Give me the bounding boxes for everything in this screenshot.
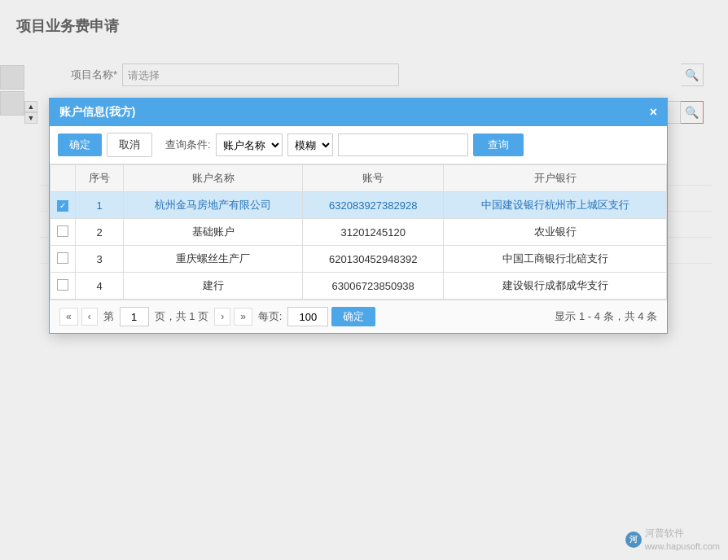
row-bank: 建设银行成都成华支行: [444, 273, 667, 300]
row-checkbox-cell[interactable]: ✓: [50, 192, 76, 219]
query-mode-select[interactable]: 模糊 精确: [287, 133, 333, 156]
row-name: 杭州金马房地产有限公司: [124, 192, 303, 219]
query-field-select[interactable]: 账户名称 账号 开户银行: [216, 133, 283, 156]
page-number-input[interactable]: [120, 307, 149, 326]
page-first-button[interactable]: «: [59, 308, 78, 326]
account-table: 序号 账户名称 账号 开户银行 ✓1杭州金马房地产有限公司63208392738…: [50, 164, 667, 300]
row-checkbox-cell[interactable]: [50, 219, 76, 246]
page-total-label: 页，共 1 页: [155, 309, 208, 324]
table-header-row: 序号 账户名称 账号 开户银行: [50, 165, 667, 192]
row-bank: 中国工商银行北碚支行: [444, 246, 667, 273]
row-bank: 农业银行: [444, 219, 667, 246]
row-account: 31201245120: [303, 219, 444, 246]
row-index: 4: [76, 273, 124, 300]
per-page-input[interactable]: [287, 307, 328, 326]
col-header-account: 账号: [303, 165, 444, 192]
page-prev-button[interactable]: ‹: [81, 308, 98, 326]
row-account: 63006723850938: [303, 273, 444, 300]
page-container: 项目业务费申请 项目名称* 🔍 ▲ ▼ 金额大写:: [0, 0, 728, 560]
row-checkbox-cell[interactable]: [50, 273, 76, 300]
row-checkbox[interactable]: [57, 225, 68, 237]
query-condition-label: 查询条件:: [165, 138, 211, 152]
row-name: 建行: [124, 273, 303, 300]
page-label: 第: [103, 309, 114, 324]
row-bank: 中国建设银行杭州市上城区支行: [444, 192, 667, 219]
modal-confirm-button[interactable]: 确定: [58, 133, 102, 156]
row-checkbox[interactable]: ✓: [57, 200, 68, 212]
table-wrapper: 序号 账户名称 账号 开户银行 ✓1杭州金马房地产有限公司63208392738…: [50, 164, 667, 300]
col-header-name: 账户名称: [124, 165, 303, 192]
modal-toolbar: 确定 取消 查询条件: 账户名称 账号 开户银行 模糊 精确 查询: [50, 126, 667, 164]
page-last-button[interactable]: »: [234, 308, 252, 326]
query-button[interactable]: 查询: [473, 133, 524, 156]
row-account: 620130452948392: [303, 246, 444, 273]
table-row[interactable]: ✓1杭州金马房地产有限公司632083927382928中国建设银行杭州市上城区…: [50, 192, 667, 219]
page-next-button[interactable]: ›: [214, 308, 230, 326]
per-page-confirm-button[interactable]: 确定: [331, 307, 375, 326]
row-checkbox[interactable]: [57, 252, 68, 264]
per-page-label: 每页:: [258, 309, 283, 324]
row-index: 3: [76, 246, 124, 273]
modal-close-button[interactable]: ×: [650, 105, 657, 120]
modal-title: 账户信息(我方): [59, 105, 135, 120]
col-header-checkbox: [50, 165, 76, 192]
row-index: 2: [76, 219, 124, 246]
table-row[interactable]: 3重庆螺丝生产厂620130452948392中国工商银行北碚支行: [50, 246, 667, 273]
modal-cancel-button[interactable]: 取消: [107, 133, 152, 157]
col-header-index: 序号: [76, 165, 124, 192]
row-account: 632083927382928: [303, 192, 444, 219]
modal-header: 账户信息(我方) ×: [50, 98, 667, 126]
table-row[interactable]: 2基础账户31201245120农业银行: [50, 219, 667, 246]
row-checkbox-cell[interactable]: [50, 246, 76, 273]
row-name: 基础账户: [124, 219, 303, 246]
table-row[interactable]: 4建行63006723850938建设银行成都成华支行: [50, 273, 667, 300]
query-keyword-input[interactable]: [338, 133, 468, 156]
row-name: 重庆螺丝生产厂: [124, 246, 303, 273]
col-header-bank: 开户银行: [444, 165, 667, 192]
account-modal: 账户信息(我方) × 确定 取消 查询条件: 账户名称 账号 开户银行 模糊 精…: [49, 98, 668, 334]
row-checkbox[interactable]: [57, 279, 68, 291]
page-info-text: 显示 1 - 4 条，共 4 条: [555, 309, 657, 324]
row-index: 1: [76, 192, 124, 219]
pagination-bar: « ‹ 第 页，共 1 页 › » 每页: 确定 显示 1 - 4 条，共 4 …: [50, 300, 667, 333]
